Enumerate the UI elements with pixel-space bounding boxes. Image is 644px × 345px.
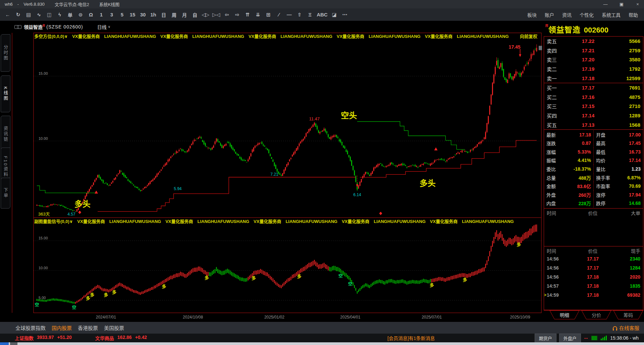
bid-row[interactable]: 买四17.141289 [544, 111, 643, 120]
period-1hour-icon[interactable]: 1h [150, 11, 157, 19]
kline-icon[interactable]: ◫ [46, 11, 53, 19]
bid-row[interactable]: 买一17.177691 [544, 83, 643, 93]
measure-icon[interactable]: Ξ [306, 11, 314, 19]
stat-label: 最高 [596, 140, 605, 147]
panel-tab-筹码[interactable]: 筹码 [624, 312, 633, 318]
panel-tab-分价[interactable]: 分价 [592, 312, 601, 318]
draw-text-icon[interactable]: ABC [317, 11, 328, 19]
bid-row[interactable]: 买三17.152710 [544, 102, 643, 111]
quote-list-icon[interactable]: ▤ [25, 11, 32, 19]
flash-order-icon[interactable]: ϟ [56, 11, 63, 19]
quote-symbol-name: 领益智造 [548, 25, 581, 34]
page-right-icon[interactable]: ⇨ [233, 11, 241, 19]
alert-bell-icon[interactable]: Ω [87, 11, 95, 19]
bid-row[interactable]: 买五17.131568 [544, 120, 643, 129]
expand-horizontal-icon[interactable]: ◁▷ [202, 11, 209, 19]
market-tab-全球股票指数[interactable]: 全球股票指数 [15, 322, 46, 334]
stat-label: 跌停 [596, 200, 605, 207]
quote-panel-tabs[interactable]: 明细分价筹码 [544, 310, 644, 320]
svg-text:多: 多 [205, 275, 209, 280]
draw-hline-icon[interactable]: — [285, 11, 293, 19]
bid-price: 17.15 [564, 103, 612, 109]
symbol-name[interactable]: 领益智造R [24, 23, 46, 30]
account-button-外盘户[interactable]: 外盘户 [559, 334, 581, 343]
compress-horizontal-icon[interactable]: ▷◁ [212, 11, 220, 19]
ask-row[interactable]: 卖三17.203580 [544, 55, 643, 64]
page-left-icon[interactable]: ⇦ [223, 11, 230, 19]
menu-帮助[interactable]: 帮助 [629, 11, 638, 18]
sidebar-tab-资讯链[interactable]: 资讯链 [1, 116, 10, 153]
sidebar-tab-分时图[interactable]: 分时图 [1, 34, 10, 72]
kline-chart[interactable]: 15.0010.0015.0010.005.0017.4511.47空头多头多头… [11, 33, 543, 322]
insert-indicator-icon[interactable]: ⊞ [265, 11, 272, 19]
quote-panel: R领益智造002600 卖五17.225566卖四17.212759卖三17.2… [543, 21, 644, 322]
account-button-期货户[interactable]: 期货户 [535, 334, 556, 343]
period-15min-icon[interactable]: 15 [129, 11, 136, 19]
svg-text:10.00: 10.00 [39, 266, 48, 270]
menu-板块[interactable]: 板块 [527, 11, 537, 18]
period-custom-icon[interactable]: 自 [191, 11, 199, 19]
period-day-icon[interactable]: 日 [160, 11, 167, 19]
period-30min-icon[interactable]: 30 [139, 11, 147, 19]
sidebar-tab-K线图[interactable]: K线图 [1, 75, 10, 112]
clock: 15:38:06 - wh [610, 335, 639, 341]
market-tab-国内股票[interactable]: 国内股票 [51, 322, 72, 334]
stats-row: 涨跌0.87最高17.45 [544, 139, 643, 148]
chevron-down-icon[interactable]: ∨ [108, 25, 110, 28]
order-box-icon[interactable]: 单 [66, 11, 74, 19]
taskbar-item[interactable] [10, 342, 17, 345]
toolbar: ←↻▤∿◫ϟ单⊙Ω13515301h日周月自◁▷▷◁⇦⇨⇈⇊⊞∕—⇧ΞABC◪⋯… [0, 8, 644, 21]
more-tools-icon[interactable]: ⋯ [341, 11, 348, 19]
member-message[interactable]: [会员消息]有1条新消息 [387, 335, 435, 341]
taskbar-start-icon[interactable] [0, 342, 9, 345]
menu-系统工具[interactable]: 系统工具 [602, 11, 621, 18]
stat-最高: 最高17.45 [593, 139, 643, 148]
scale-up-icon[interactable]: ⇈ [244, 11, 251, 19]
cloud-signal-icon[interactable]: ⊙ [77, 11, 84, 19]
sidebar-tab-下单[interactable]: 下单 [1, 178, 10, 209]
menu-个性化[interactable]: 个性化 [580, 11, 594, 18]
online-service-button[interactable]: 在线客服 [613, 324, 639, 331]
draw-arrow-icon[interactable]: ⇧ [296, 11, 303, 19]
close-button[interactable]: × [634, 2, 641, 7]
restore-button[interactable]: ▣ [618, 2, 625, 7]
index-quote: 文华商品162.86+0.42 [95, 335, 147, 341]
ask-row[interactable]: 卖四17.212759 [544, 46, 643, 55]
menu-资讯[interactable]: 资讯 [562, 11, 572, 18]
svg-text:4.57: 4.57 [67, 212, 75, 217]
period-5min-icon[interactable]: 5 [118, 11, 126, 19]
view-title: 系统K线图 [99, 1, 120, 7]
market-tab-list: 全球股票指数国内股票香港股票美国股票 [0, 322, 125, 334]
period-month-icon[interactable]: 月 [181, 11, 188, 19]
market-tab-美国股票[interactable]: 美国股票 [103, 322, 125, 334]
refresh-icon[interactable]: ↻ [14, 11, 22, 19]
bid-label: 买四 [547, 112, 564, 119]
stat-总量: 总量488万 [544, 173, 593, 182]
panel-tab-明细[interactable]: 明细 [560, 312, 569, 318]
period-3min-icon[interactable]: 3 [108, 11, 115, 19]
menu-账户[interactable]: 账户 [545, 11, 554, 18]
eraser-icon[interactable]: ◪ [331, 11, 338, 19]
index-quote: 上证指数3933.97+51.20 [15, 335, 72, 341]
bid-volume: 2710 [612, 103, 640, 109]
minimize-button[interactable]: — [602, 2, 609, 7]
time-line-icon[interactable]: ∿ [35, 11, 43, 19]
ask-row[interactable]: 卖一17.1812599 [544, 73, 643, 83]
stat-外盘: 外盘260万 [544, 190, 593, 199]
bid-price: 17.13 [564, 122, 612, 128]
period-week-icon[interactable]: 周 [170, 11, 178, 19]
market-tab-香港股票[interactable]: 香港股票 [77, 322, 99, 334]
ask-volume: 1792 [612, 66, 640, 72]
bid-row[interactable]: 买二17.164875 [544, 93, 643, 102]
ask-row[interactable]: 卖五17.225566 [544, 37, 643, 46]
link-icon[interactable] [14, 25, 21, 28]
back-icon[interactable]: ← [4, 11, 11, 19]
period-selector[interactable]: 日线 [97, 23, 107, 30]
period-1min-icon[interactable]: 1 [98, 11, 105, 19]
tick-time: 14:57 [547, 283, 570, 289]
scale-down-icon[interactable]: ⇊ [254, 11, 262, 19]
draw-slash-icon[interactable]: ∕ [275, 11, 282, 19]
svg-text:7.21: 7.21 [270, 172, 278, 177]
ask-row[interactable]: 卖二17.191792 [544, 64, 643, 74]
online-service-label: 在线客服 [619, 324, 639, 331]
